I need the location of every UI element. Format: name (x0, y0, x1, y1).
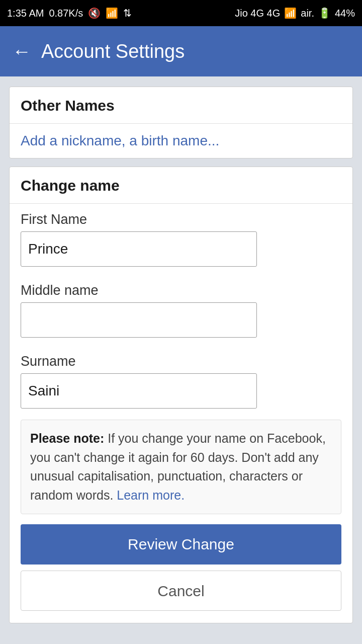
status-left: 1:35 AM 0.87K/s 🔇 📶 ⇅ (7, 7, 132, 19)
first-name-input[interactable] (21, 231, 257, 267)
other-names-title: Other Names (10, 87, 352, 123)
cancel-button[interactable]: Cancel (21, 571, 341, 611)
change-name-title: Change name (10, 167, 352, 204)
note-box: Please note: If you change your name on … (21, 420, 341, 514)
middle-name-label: Middle name (21, 283, 341, 298)
time: 1:35 AM (7, 8, 44, 19)
surname-input[interactable] (21, 373, 257, 409)
signal-icon: 📶 (284, 7, 297, 19)
buttons-area: Review Change Cancel (10, 524, 352, 623)
review-change-button[interactable]: Review Change (21, 524, 341, 565)
battery-percent: 44% (335, 8, 355, 19)
wifi-icon: 📶 (106, 7, 118, 19)
data-icon: ⇅ (123, 7, 132, 19)
sound-icon: 🔇 (88, 7, 101, 19)
app-bar: ← Account Settings (0, 26, 362, 76)
change-name-card: Change name First Name Middle name Surna… (9, 167, 353, 623)
surname-section: Surname (10, 346, 352, 417)
battery-icon: 🔋 (318, 7, 331, 19)
add-nickname-link[interactable]: Add a nickname, a birth name... (10, 123, 352, 158)
other-names-card: Other Names Add a nickname, a birth name… (9, 87, 353, 158)
page-title: Account Settings (41, 41, 185, 62)
middle-name-section: Middle name (10, 275, 352, 346)
first-name-section: First Name (10, 204, 352, 275)
carrier2: air. (301, 8, 314, 19)
status-right: Jio 4G 4G 📶 air. 🔋 44% (235, 7, 355, 19)
carrier1: Jio 4G 4G (235, 8, 280, 19)
middle-name-input[interactable] (21, 302, 257, 338)
status-bar: 1:35 AM 0.87K/s 🔇 📶 ⇅ Jio 4G 4G 📶 air. 🔋… (0, 0, 362, 26)
back-button[interactable]: ← (12, 41, 31, 62)
main-content: Other Names Add a nickname, a birth name… (0, 76, 362, 633)
first-name-label: First Name (21, 212, 341, 227)
speed: 0.87K/s (49, 8, 83, 19)
surname-label: Surname (21, 354, 341, 369)
learn-more-link[interactable]: Learn more. (117, 488, 185, 502)
note-prefix: Please note: (30, 431, 104, 445)
